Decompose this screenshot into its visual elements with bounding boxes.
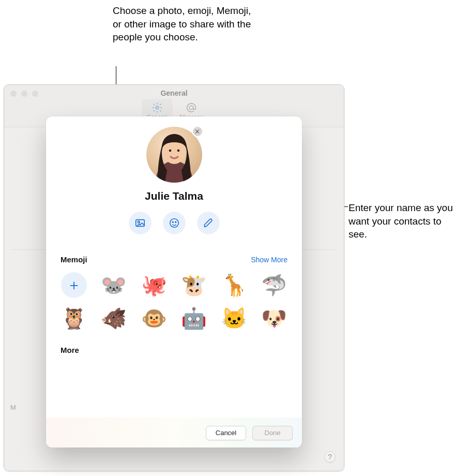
display-name-field[interactable]: Julie Talma	[145, 190, 203, 202]
avatar-illustration	[146, 127, 202, 183]
choose-photo-button[interactable]	[129, 212, 152, 234]
svg-point-9	[175, 221, 176, 222]
more-title: More	[60, 346, 288, 354]
memoji-item[interactable]: 🦒	[221, 272, 247, 298]
svg-point-4	[177, 150, 179, 152]
memoji-item[interactable]: 🐱	[221, 305, 247, 331]
plus-icon: ＋	[67, 275, 81, 295]
sheet-footer: Cancel Done	[46, 418, 302, 448]
profile-photo[interactable]	[146, 127, 202, 183]
memoji-header: Memoji Show More	[60, 255, 288, 264]
add-memoji-button[interactable]: ＋	[61, 272, 87, 298]
done-button[interactable]: Done	[252, 426, 293, 440]
callout-enter-name: Enter your name as you want your contact…	[349, 201, 457, 241]
memoji-item[interactable]: 🐵	[141, 305, 167, 331]
callout-choose-image: Choose a photo, emoji, Memoji, or other …	[113, 4, 258, 44]
memoji-show-more[interactable]: Show More	[251, 256, 288, 264]
image-source-buttons	[129, 212, 220, 234]
svg-point-3	[169, 150, 171, 152]
memoji-section: Memoji Show More ＋ 🐭 🐙 🐮 🦒 🦈 🦉 🐗 🐵 🤖 🐱 🐶	[46, 255, 302, 335]
share-name-photo-sheet: ✕ Julie Talma	[46, 116, 302, 448]
svg-point-6	[138, 221, 140, 223]
photo-icon	[134, 217, 146, 229]
memoji-item[interactable]: 🦈	[261, 272, 287, 298]
memoji-title: Memoji	[60, 255, 87, 264]
smiley-icon	[169, 217, 180, 229]
pencil-icon	[203, 217, 214, 229]
memoji-item[interactable]: 🐮	[181, 272, 207, 298]
choose-emoji-button[interactable]	[163, 212, 186, 234]
edit-button[interactable]	[197, 212, 220, 234]
close-icon: ✕	[194, 128, 200, 135]
avatar-container: ✕	[146, 127, 202, 183]
cancel-button[interactable]: Cancel	[206, 426, 246, 440]
memoji-item[interactable]: 🐗	[101, 305, 127, 331]
memoji-item[interactable]: 🐙	[141, 272, 167, 298]
sheet-content: ✕ Julie Talma	[46, 116, 302, 418]
memoji-item[interactable]: 🤖	[181, 305, 207, 331]
memoji-item[interactable]: 🐶	[261, 305, 287, 331]
svg-point-7	[170, 219, 178, 228]
memoji-grid: ＋ 🐭 🐙 🐮 🦒 🦈 🦉 🐗 🐵 🤖 🐱 🐶	[60, 269, 288, 335]
more-section: More	[46, 346, 302, 354]
svg-point-8	[172, 221, 173, 222]
memoji-item[interactable]: 🦉	[61, 305, 87, 331]
memoji-item[interactable]: 🐭	[101, 272, 127, 298]
